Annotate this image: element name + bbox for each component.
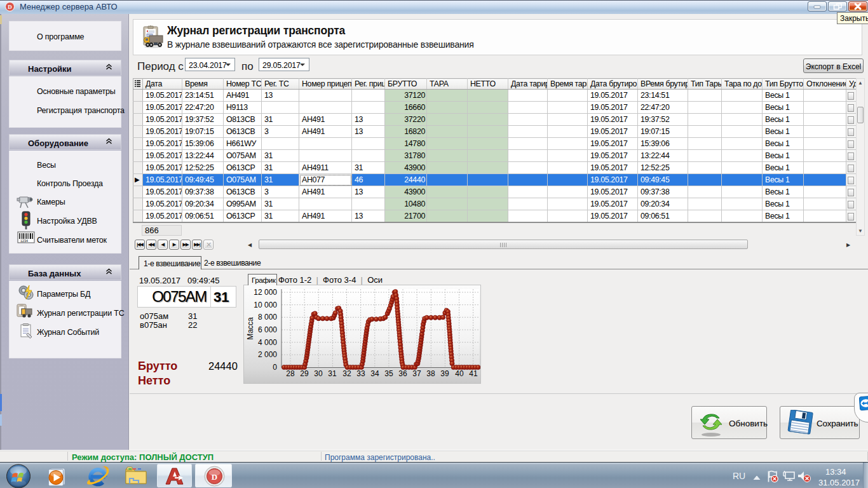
svg-text:32: 32 [342,369,351,378]
svg-text:29: 29 [300,369,309,378]
svg-text:6 000: 6 000 [258,325,277,334]
svg-text:30: 30 [314,369,323,378]
svg-text:1234: 1234 [20,239,28,243]
svg-text:36: 36 [398,369,407,378]
svg-text:4 000: 4 000 [258,338,277,347]
svg-text:10 000: 10 000 [254,301,277,309]
svg-text:35: 35 [384,369,393,378]
svg-text:38: 38 [426,369,435,378]
svg-text:0: 0 [273,363,277,372]
svg-text:2 000: 2 000 [258,350,277,359]
svg-text:D: D [8,4,12,10]
svg-text:33: 33 [356,369,365,378]
svg-text:28: 28 [286,369,295,378]
svg-text:41: 41 [469,369,478,378]
svg-text:D: D [212,472,217,482]
svg-text:37: 37 [412,369,421,378]
svg-text:Масса: Масса [246,317,255,340]
svg-text:34: 34 [370,369,379,378]
svg-text:31: 31 [328,369,337,378]
svg-text:40: 40 [455,369,464,378]
svg-text:12 000: 12 000 [254,288,277,297]
svg-text:39: 39 [440,369,449,378]
svg-text:8 000: 8 000 [258,313,277,322]
